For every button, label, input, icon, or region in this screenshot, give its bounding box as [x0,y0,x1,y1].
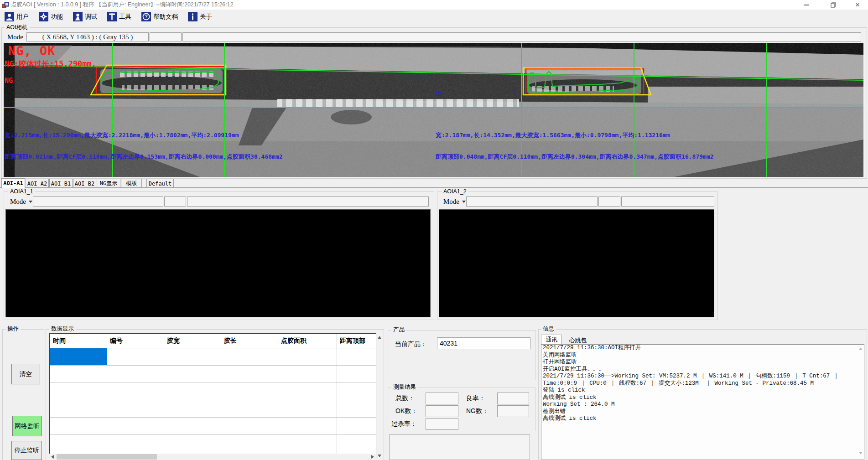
table-row[interactable] [50,418,377,435]
table-row[interactable] [50,366,377,383]
log-line: Time:0:0:9 ｜ CPU:0 ｜ 线程数:67 ｜ 提交大小:123M … [541,380,864,388]
yield-label: 良率： [466,394,485,403]
table-cell[interactable] [50,418,107,435]
table-cell[interactable] [278,383,337,400]
view-right-field-2 [598,196,620,207]
table-cell[interactable] [221,418,278,435]
table-cell[interactable] [337,366,376,383]
table-cell[interactable] [337,348,376,366]
table-cell[interactable] [221,383,278,400]
column-header[interactable]: 时间 [50,334,107,348]
table-cell[interactable] [164,435,221,452]
hscroll-thumb[interactable] [57,454,157,460]
toolbar-item-tools[interactable]: 工具 [107,11,131,23]
table-row[interactable] [50,400,377,418]
restore-icon [831,2,837,8]
table-cell[interactable] [107,383,164,400]
column-header[interactable]: 点胶面积 [278,334,337,348]
table-cell[interactable] [107,366,164,383]
table-cell[interactable] [221,366,278,383]
table-cell[interactable] [164,418,221,435]
measure-left-line2: 距离顶部0.021mm,距离CF层0.110mm,距离左边界0.153mm,距离… [5,153,283,161]
table-cell[interactable] [50,435,107,452]
column-header[interactable]: 距离顶部 [337,334,376,348]
table-cell[interactable] [107,348,164,366]
tab-ng-display[interactable]: NG显示 [97,179,120,188]
column-header[interactable]: 胶长 [221,334,278,348]
table-hscrollbar[interactable] [49,454,376,460]
table-row[interactable] [50,435,377,452]
minimize-button[interactable] [795,0,816,10]
table-cell[interactable] [337,435,376,452]
table-row[interactable] [50,348,377,366]
toolbar-item-function[interactable]: 功能 [39,11,63,23]
table-cell[interactable] [164,348,221,366]
tab-default[interactable]: Default [146,179,174,188]
table-cell[interactable] [278,400,337,418]
table-header-row: 时间 编号 胶宽 胶长 点胶面积 距离顶部 [50,334,377,348]
table-cell[interactable] [50,348,107,366]
toolbar-item-about[interactable]: 关于 [188,11,212,23]
tab-aoi-a1[interactable]: AOI-A1 [1,178,25,188]
tab-aoi-b2[interactable]: AOI-B2 [73,179,96,188]
app-window: 点胶AOI [ Version : 1.0.0.9 ] 程序 【当前用户: En… [0,0,868,460]
toolbar-item-help[interactable]: ? 帮助文档 [141,11,178,23]
column-header[interactable]: 编号 [107,334,164,348]
table-row[interactable] [50,383,377,400]
tab-aoi-a2[interactable]: AOI-A2 [26,179,49,188]
table-vscrollbar[interactable] [376,333,383,460]
yield-field [497,393,529,404]
data-group-title: 数据显示 [49,326,76,332]
toolbar-item-debug[interactable]: 调试 [73,11,97,23]
table-cell[interactable] [337,400,376,418]
ng-label-overlay: NG [5,77,13,85]
view-right-image[interactable] [439,209,714,317]
camera-mode-dropdown[interactable]: Mode [5,32,28,41]
view-left-image[interactable] [5,209,431,317]
table-cell[interactable] [50,366,107,383]
tab-heartbeat[interactable]: 心跳包 [564,336,592,345]
view-right-mode-dropdown[interactable]: Mode [441,196,466,207]
log-line: 开启AOI监控工具。。。 [541,366,864,373]
table-cell[interactable] [278,366,337,383]
table-cell[interactable] [278,418,337,435]
network-listen-button[interactable]: 网络监听 [12,416,42,436]
table-cell[interactable] [337,383,376,400]
table-cell[interactable] [50,383,107,400]
tab-comm[interactable]: 通讯 [541,335,562,344]
tab-template[interactable]: 模版 [121,179,142,188]
table-cell[interactable] [337,418,376,435]
log-line: 打开网络监听 [541,359,864,366]
table-cell[interactable] [221,435,278,452]
svg-text:?: ? [145,14,147,19]
log-area[interactable]: 2021/7/29 11:36:30:AOI程序打开关闭网络监听打开网络监听开启… [541,344,864,460]
table-cell[interactable] [221,348,278,366]
table-cell[interactable] [50,400,107,418]
table-cell[interactable] [107,435,164,452]
table-cell[interactable] [221,400,278,418]
maximize-button[interactable] [823,0,844,10]
data-table-body [50,348,377,455]
stop-listen-button[interactable]: 停止监听 [11,441,42,460]
tab-aoi-b1[interactable]: AOI-B1 [49,179,73,188]
table-cell[interactable] [164,383,221,400]
table-cell[interactable] [278,435,337,452]
table-cell[interactable] [107,400,164,418]
view-left-mode-dropdown[interactable]: Mode [7,196,33,207]
toolbar-item-user[interactable]: 用户 [5,11,29,23]
close-button[interactable]: × [847,0,868,10]
table-cell[interactable] [164,366,221,383]
column-header[interactable]: 胶宽 [164,334,221,348]
clear-button[interactable]: 清空 [11,364,40,384]
toolbar-item-label: 帮助文档 [153,13,178,21]
table-cell[interactable] [278,348,337,366]
title-bar: 点胶AOI [ Version : 1.0.0.9 ] 程序 【当前用户: En… [0,0,868,10]
log-line: Working Set : 264.0 M [541,401,864,408]
log-vscrollbar[interactable] [858,345,864,459]
current-product-field[interactable]: 40231 [437,337,530,349]
table-cell[interactable] [164,400,221,418]
scroll-right-icon [371,455,374,459]
table-cell[interactable] [107,418,164,435]
help-icon: ? [141,12,151,21]
app-icon [2,1,9,9]
